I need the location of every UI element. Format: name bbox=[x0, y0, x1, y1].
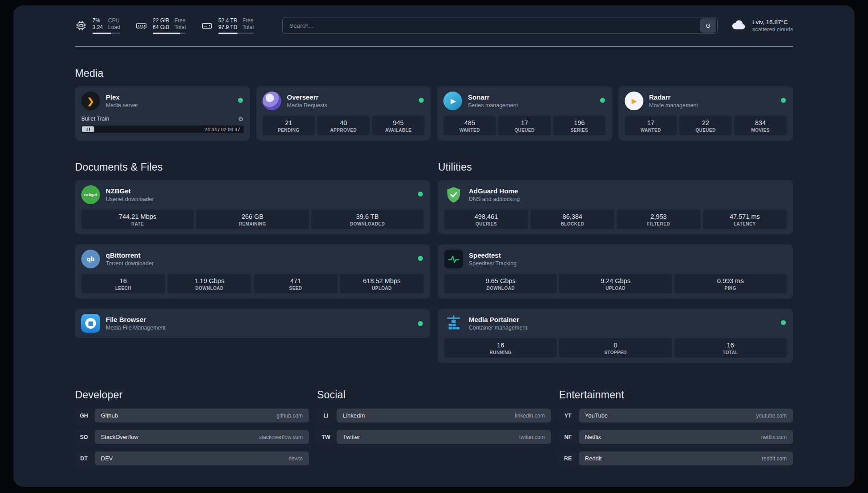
service-card-overseerr[interactable]: Overseerr Media Requests 21 PENDING 40 A… bbox=[256, 86, 431, 141]
service-subtitle: Usenet downloader bbox=[106, 196, 154, 203]
service-subtitle: DNS and adblocking bbox=[469, 196, 520, 203]
section-title-utilities: Utilities bbox=[438, 161, 793, 173]
memory-progress-bar bbox=[153, 33, 186, 34]
bookmark-linkedin[interactable]: LI LinkedIn linkedin.com bbox=[317, 409, 551, 422]
service-name: NZBGet bbox=[106, 187, 154, 195]
stat-stopped: 0 STOPPED bbox=[559, 338, 672, 358]
service-subtitle: Torrent downloader bbox=[106, 260, 154, 267]
bookmark-abbr: RE bbox=[559, 451, 577, 465]
cpu-widget: 7%3.24 CPULoad bbox=[75, 17, 120, 34]
service-card-qbittorrent[interactable]: qBittorrent Torrent downloader 16 LEECH … bbox=[75, 244, 430, 299]
service-subtitle: Container management bbox=[469, 324, 527, 331]
stat-movies: 834 MOVIES bbox=[734, 116, 787, 135]
stat-queued: 22 QUEUED bbox=[679, 116, 732, 135]
status-dot bbox=[419, 98, 424, 103]
bookmark-stackoverflow[interactable]: SO StackOverflow stackoverflow.com bbox=[75, 430, 309, 444]
plex-icon bbox=[81, 92, 100, 110]
service-card-plex[interactable]: Plex Media server Bullet Train ⚙ 24:44 /… bbox=[75, 86, 250, 141]
service-card-adguard[interactable]: AdGuard Home DNS and adblocking 498,461 … bbox=[438, 180, 793, 234]
status-dot bbox=[781, 320, 786, 325]
disk-icon bbox=[201, 20, 213, 32]
plex-now-playing: Bullet Train ⚙ 24:44 / 02:06:47 bbox=[81, 115, 244, 133]
disk-values: 52.4 TB97.9 TB bbox=[218, 17, 237, 31]
service-card-nzbget[interactable]: NZBGet Usenet downloader 744.21 Mbps RAT… bbox=[75, 180, 430, 234]
stat-approved: 40 APPROVED bbox=[317, 116, 370, 135]
memory-icon bbox=[135, 20, 147, 32]
stat-upload: 9.24 Gbps UPLOAD bbox=[559, 274, 672, 293]
service-name: Radarr bbox=[649, 93, 698, 101]
stat-remaining: 266 GB REMAINING bbox=[196, 209, 309, 229]
search-provider-button[interactable]: G bbox=[700, 18, 716, 33]
now-playing-title: Bullet Train bbox=[81, 116, 109, 122]
radarr-icon bbox=[625, 92, 643, 110]
bookmark-url: stackoverflow.com bbox=[259, 434, 303, 440]
section-media: Media Plex Media server Bullet Train ⚙ bbox=[75, 67, 793, 141]
portainer-icon bbox=[444, 314, 463, 333]
settings-gear-icon[interactable]: ⚙ bbox=[238, 115, 244, 122]
bookmarks-columns: Developer GH Github github.com SO StackO… bbox=[75, 389, 793, 465]
section-title-social: Social bbox=[317, 389, 551, 401]
section-entertainment: Entertainment YT YouTube youtube.com NF … bbox=[559, 389, 793, 465]
stat-filtered: 2,953 FILTERED bbox=[617, 209, 701, 229]
section-title-media: Media bbox=[75, 67, 793, 79]
service-card-radarr[interactable]: Radarr Movie management 17 WANTED 22 QUE… bbox=[618, 86, 793, 141]
filebrowser-icon bbox=[81, 314, 100, 333]
playback-progress-bar[interactable]: 24:44 / 02:06:47 bbox=[81, 125, 244, 133]
bookmark-netflix[interactable]: NF Netflix netflix.com bbox=[559, 430, 793, 444]
bookmark-abbr: TW bbox=[317, 430, 335, 444]
bookmark-twitter[interactable]: TW Twitter twitter.com bbox=[317, 430, 551, 444]
cpu-values: 7%3.24 bbox=[92, 17, 103, 31]
service-card-speedtest[interactable]: Speedtest Speedtest Tracking 9.65 Gbps D… bbox=[438, 244, 793, 299]
stat-blocked: 86,384 BLOCKED bbox=[530, 209, 614, 229]
service-card-filebrowser[interactable]: File Browser Media File Management bbox=[75, 309, 430, 338]
status-dot bbox=[600, 98, 605, 103]
stat-wanted: 485 WANTED bbox=[443, 116, 496, 135]
stat-running: 16 RUNNING bbox=[444, 338, 557, 358]
topbar: 7%3.24 CPULoad 22 GiB64 Gi bbox=[75, 17, 793, 34]
service-card-portainer[interactable]: Media Portainer Container management 16 … bbox=[438, 309, 793, 363]
service-card-sonarr[interactable]: Sonarr Series management 485 WANTED 17 Q… bbox=[437, 86, 612, 141]
cloud-icon bbox=[731, 18, 747, 33]
bookmark-dev[interactable]: DT DEV dev.to bbox=[75, 451, 309, 465]
service-name: Overseerr bbox=[287, 93, 327, 101]
bookmark-name: Github bbox=[101, 412, 276, 419]
qbittorrent-icon bbox=[81, 250, 100, 268]
cpu-progress-bar bbox=[92, 33, 120, 34]
section-developer: Developer GH Github github.com SO StackO… bbox=[75, 389, 309, 465]
service-subtitle: Series management bbox=[468, 102, 518, 109]
bookmark-url: netflix.com bbox=[761, 434, 787, 440]
bookmark-github[interactable]: GH Github github.com bbox=[75, 409, 309, 422]
stat-leech: 16 LEECH bbox=[81, 274, 165, 293]
bookmark-name: LinkedIn bbox=[343, 412, 515, 419]
bookmark-url: twitter.com bbox=[519, 434, 545, 440]
section-utilities: Utilities AdGuard Home DNS and adblockin… bbox=[438, 161, 793, 363]
service-subtitle: Media server bbox=[106, 102, 138, 109]
status-dot bbox=[418, 192, 423, 196]
bookmark-name: StackOverflow bbox=[101, 434, 259, 440]
bookmark-name: Reddit bbox=[585, 455, 762, 462]
service-subtitle: Speedtest Tracking bbox=[469, 260, 517, 267]
search-bar: G bbox=[282, 17, 718, 34]
cpu-icon bbox=[75, 20, 87, 32]
status-dot bbox=[418, 321, 423, 326]
bookmark-url: youtube.com bbox=[756, 413, 787, 419]
status-dot bbox=[238, 98, 243, 103]
weather-location: Lviv, 16.87°C bbox=[752, 18, 793, 26]
memory-values: 22 GiB64 GiB bbox=[153, 17, 169, 31]
bookmark-abbr: LI bbox=[317, 409, 335, 422]
stat-seed: 471 SEED bbox=[254, 274, 338, 293]
bookmark-youtube[interactable]: YT YouTube youtube.com bbox=[559, 409, 793, 422]
section-social: Social LI LinkedIn linkedin.com TW Twitt… bbox=[317, 389, 551, 465]
stat-download: 9.65 Gbps DOWNLOAD bbox=[444, 274, 557, 293]
stat-upload: 618.52 Mbps UPLOAD bbox=[340, 274, 424, 293]
overseerr-icon bbox=[263, 92, 281, 110]
service-name: Speedtest bbox=[469, 251, 517, 259]
pause-button[interactable] bbox=[82, 126, 94, 132]
weather-condition: scattered clouds bbox=[752, 26, 793, 33]
service-name: Media Portainer bbox=[469, 315, 527, 324]
stat-queued: 17 QUEUED bbox=[498, 116, 551, 135]
search-input[interactable] bbox=[282, 17, 718, 34]
cpu-labels: CPULoad bbox=[108, 17, 120, 31]
bookmark-reddit[interactable]: RE Reddit reddit.com bbox=[559, 451, 793, 465]
topbar-divider bbox=[75, 46, 793, 47]
